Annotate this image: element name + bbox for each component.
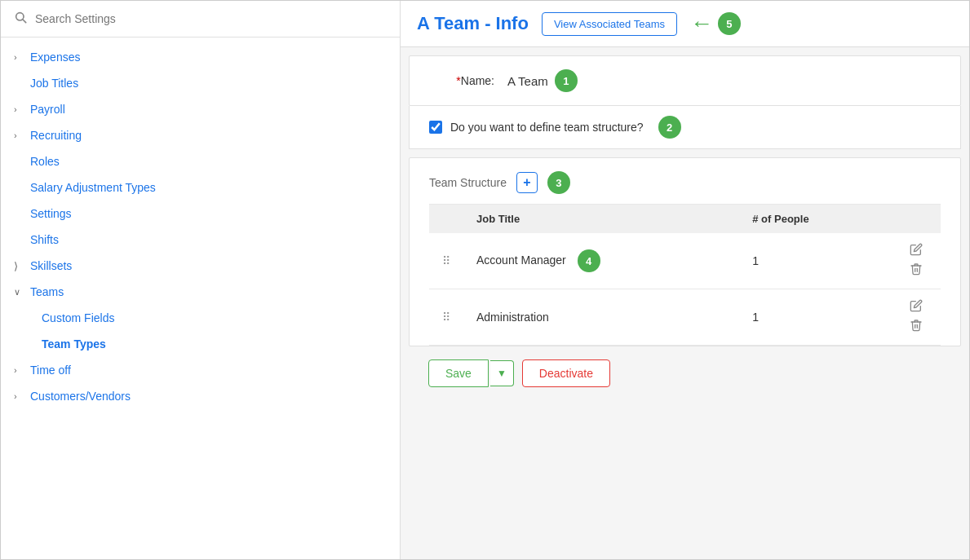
sidebar-item-expenses[interactable]: › Expenses (1, 44, 400, 70)
sidebar-item-salary-adjustment-types[interactable]: Salary Adjustment Types (1, 174, 400, 201)
required-star: * (456, 74, 460, 87)
chevron-right-icon: › (14, 104, 25, 114)
badge-1: 1 (555, 69, 578, 92)
num-people-cell: 1 (739, 233, 892, 289)
job-title-cell: Account Manager 4 (463, 233, 739, 289)
name-field-row: *Name: A Team 1 (429, 69, 941, 92)
team-structure-section: Team Structure + 3 Job Title # of People (409, 157, 961, 346)
sidebar-nav: › Expenses Job Titles › Payroll › Recrui… (1, 37, 400, 559)
define-team-structure-checkbox[interactable] (429, 121, 442, 134)
drag-handle-cell: ⠿ (429, 289, 463, 346)
sidebar-item-payroll[interactable]: › Payroll (1, 96, 400, 122)
main-header: A Team - Info View Associated Teams ← 5 (401, 1, 969, 47)
num-people-col-header: # of People (739, 205, 892, 233)
sidebar-item-time-off[interactable]: › Time off (1, 357, 400, 383)
drag-handle-icon[interactable]: ⠿ (442, 311, 450, 324)
sidebar-item-team-types[interactable]: Team Types (1, 331, 400, 357)
chevron-right-icon: › (14, 130, 25, 140)
sidebar-label-customers-vendors: Customers/Vendors (30, 390, 131, 403)
badge-5: 5 (718, 12, 741, 35)
sidebar-label-teams: Teams (30, 285, 64, 298)
num-people-text: 1 (752, 254, 759, 267)
main-content: A Team - Info View Associated Teams ← 5 … (401, 1, 969, 559)
sidebar-item-recruiting[interactable]: › Recruiting (1, 122, 400, 148)
drag-handle-icon[interactable]: ⠿ (442, 254, 450, 267)
sidebar-item-customers-vendors[interactable]: › Customers/Vendors (1, 383, 400, 409)
sidebar-item-job-titles[interactable]: Job Titles (1, 70, 400, 96)
sidebar-item-teams[interactable]: ∨ Teams (1, 279, 400, 305)
team-structure-label: Team Structure (429, 176, 507, 189)
view-associated-teams-button[interactable]: View Associated Teams (542, 12, 677, 36)
job-title-cell: Administration (463, 289, 739, 346)
chevron-right-icon: › (14, 52, 25, 62)
edit-icon[interactable] (910, 243, 923, 259)
page-title: A Team - Info (417, 13, 529, 34)
sidebar-label-job-titles: Job Titles (30, 77, 78, 90)
action-cell (892, 289, 941, 346)
chevron-down-icon: ∨ (14, 287, 25, 298)
sidebar-item-skillsets[interactable]: ⟩ Skillsets (1, 253, 400, 279)
sidebar-item-shifts[interactable]: Shifts (1, 227, 400, 253)
action-icons (905, 299, 928, 335)
sidebar-item-custom-fields[interactable]: Custom Fields (1, 305, 400, 331)
sidebar-label-team-types: Team Types (42, 337, 106, 351)
checkbox-label: Do you want to define team structure? (450, 121, 644, 134)
table-row: ⠿ Administration 1 (429, 289, 941, 346)
action-icons (905, 243, 928, 279)
checkbox-section: Do you want to define team structure? 2 (409, 106, 961, 149)
sidebar-item-roles[interactable]: Roles (1, 148, 400, 174)
team-structure-header: Team Structure + 3 (429, 171, 941, 205)
delete-icon[interactable] (910, 319, 923, 335)
bottom-actions: Save ▼ Deactivate (409, 346, 961, 400)
sidebar-label-payroll: Payroll (30, 103, 65, 116)
badge-3: 3 (547, 171, 570, 194)
drag-col-header (429, 205, 463, 233)
sidebar-label-custom-fields: Custom Fields (42, 311, 114, 324)
chevron-special-icon: ⟩ (14, 260, 25, 272)
drag-handle-cell: ⠿ (429, 233, 463, 289)
name-label: *Name: (429, 74, 494, 87)
search-bar[interactable] (1, 1, 400, 37)
num-people-text: 1 (752, 311, 759, 324)
delete-icon[interactable] (910, 262, 923, 279)
sidebar: › Expenses Job Titles › Payroll › Recrui… (1, 1, 401, 559)
job-title-col-header: Job Title (463, 205, 739, 233)
sidebar-label-salary-adjustment-types: Salary Adjustment Types (30, 181, 156, 194)
save-button[interactable]: Save (428, 359, 489, 387)
sidebar-item-settings[interactable]: Settings (1, 201, 400, 227)
action-cell (892, 233, 941, 289)
arrow-left-icon: ← (690, 11, 713, 37)
num-people-cell: 1 (739, 289, 892, 346)
svg-line-1 (23, 20, 26, 23)
job-title-text: Administration (476, 311, 549, 324)
sidebar-label-recruiting: Recruiting (30, 129, 82, 142)
team-name-text: A Team (507, 74, 548, 88)
team-structure-table: Job Title # of People ⠿ Account Manager … (429, 205, 941, 346)
search-input[interactable] (35, 12, 387, 25)
save-dropdown-button[interactable]: ▼ (490, 360, 514, 386)
sidebar-label-time-off: Time off (30, 364, 71, 377)
table-header-row: Job Title # of People (429, 205, 941, 233)
sidebar-label-roles: Roles (30, 155, 60, 168)
step-indicator-5: ← 5 (690, 11, 741, 37)
name-value: A Team 1 (507, 69, 578, 92)
sidebar-label-settings: Settings (30, 207, 72, 220)
sidebar-label-expenses: Expenses (30, 51, 80, 64)
chevron-right-icon: › (14, 391, 25, 401)
chevron-right-icon: › (14, 365, 25, 375)
sidebar-label-shifts: Shifts (30, 233, 59, 246)
add-team-structure-button[interactable]: + (516, 172, 538, 193)
actions-col-header (892, 205, 941, 233)
edit-icon[interactable] (910, 299, 923, 315)
table-row: ⠿ Account Manager 4 1 (429, 233, 941, 289)
main-body: *Name: A Team 1 Do you want to define te… (401, 47, 969, 559)
deactivate-button[interactable]: Deactivate (522, 359, 610, 387)
search-icon (14, 11, 27, 27)
job-title-text: Account Manager (476, 254, 566, 267)
name-section: *Name: A Team 1 (409, 55, 961, 106)
sidebar-label-skillsets: Skillsets (30, 259, 72, 272)
badge-2: 2 (658, 116, 681, 139)
chevron-down-icon: ▼ (497, 368, 507, 379)
badge-4: 4 (578, 249, 600, 272)
